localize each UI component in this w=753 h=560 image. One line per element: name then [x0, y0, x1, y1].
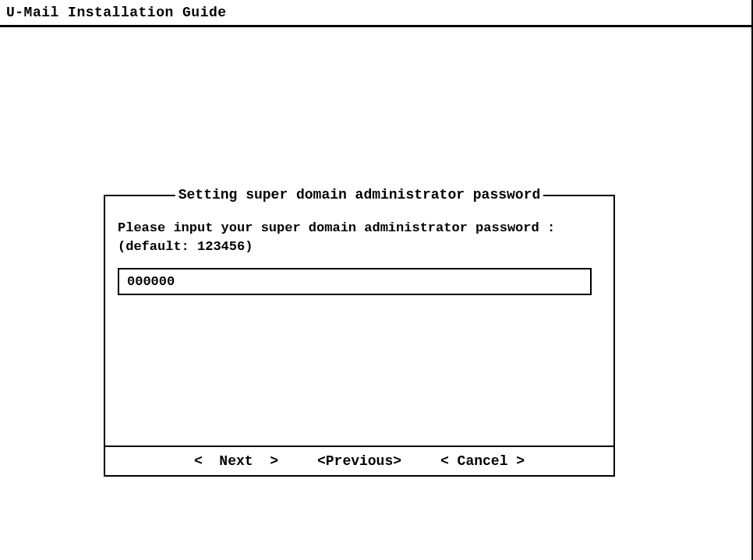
- prompt-text-line1: Please input your super domain administr…: [118, 220, 601, 237]
- dialog-body: Please input your super domain administr…: [105, 196, 613, 446]
- dialog-title: Setting super domain administrator passw…: [175, 187, 543, 203]
- dialog-box: Setting super domain administrator passw…: [104, 195, 615, 477]
- page-title: U-Mail Installation Guide: [0, 0, 751, 27]
- next-button[interactable]: < Next >: [194, 453, 278, 469]
- password-input[interactable]: [118, 268, 592, 295]
- button-bar: < Next > <Previous> < Cancel >: [105, 446, 613, 475]
- previous-button[interactable]: <Previous>: [317, 453, 401, 469]
- prompt-text-line2: (default: 123456): [118, 238, 601, 255]
- cancel-button[interactable]: < Cancel >: [440, 453, 525, 469]
